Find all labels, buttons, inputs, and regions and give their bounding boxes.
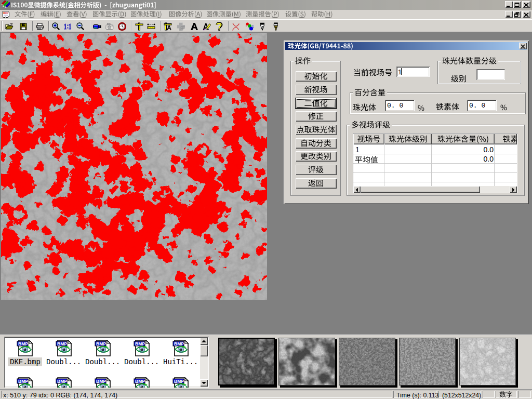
svg-text:Doubl...: Doubl... <box>124 358 159 366</box>
svg-text:Doubl...: Doubl... <box>85 358 120 366</box>
svg-text:Doubl...: Doubl... <box>46 358 81 366</box>
svg-text:HuiTi...: HuiTi... <box>163 358 198 366</box>
svg-text:DKF.bmp: DKF.bmp <box>10 358 41 366</box>
svg-text:DOC: DOC <box>3 12 8 15</box>
